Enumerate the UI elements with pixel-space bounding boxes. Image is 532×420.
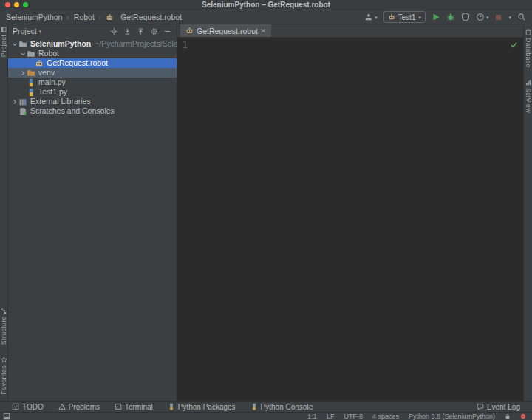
tree-item-label: Test1.py — [38, 87, 67, 97]
tree-item-robot-folder[interactable]: Robot — [8, 49, 177, 58]
title-bar: SeleniumPython – GetRequest.robot — [0, 0, 532, 10]
tool-window-button-todo[interactable]: TODO — [12, 403, 44, 411]
window-title: SeleniumPython – GetRequest.robot — [0, 0, 532, 10]
panel-settings-button[interactable] — [150, 27, 158, 35]
close-tab-icon[interactable] — [261, 28, 266, 33]
debug-button[interactable] — [446, 13, 455, 21]
collapse-all-button[interactable] — [137, 27, 145, 35]
run-configuration-select[interactable]: Test1 ▾ — [383, 11, 426, 23]
scratches-icon — [18, 107, 27, 116]
python-packages-icon — [168, 403, 175, 410]
locate-button[interactable] — [110, 27, 118, 35]
traffic-lights — [5, 2, 28, 7]
line-number: 1 — [177, 40, 188, 50]
search-everywhere-button[interactable] — [517, 13, 526, 21]
tree-item-venv-folder[interactable]: venv — [8, 68, 177, 78]
chevron-right-icon[interactable] — [19, 70, 27, 76]
stop-icon — [494, 13, 502, 21]
stop-button[interactable] — [494, 13, 502, 21]
code-with-me-button[interactable]: ▾ — [364, 13, 378, 21]
close-window-button[interactable] — [5, 2, 10, 7]
tree-item-label: External Libraries — [30, 97, 91, 106]
collapse-all-icon — [137, 27, 145, 35]
expand-all-icon — [123, 27, 132, 35]
tree-item-label: GetRequest.robot — [47, 58, 108, 68]
tool-windows-icon — [3, 413, 10, 420]
chevron-down-icon[interactable] — [19, 51, 27, 57]
breadcrumb-separator-icon: › — [66, 13, 69, 21]
readonly-lock-icon[interactable] — [505, 413, 511, 420]
zoom-window-button[interactable] — [23, 2, 28, 7]
breadcrumb-folder[interactable]: Robot — [74, 13, 95, 21]
editor-tab-getrequest-robot[interactable]: GetRequest.robot — [180, 24, 271, 37]
code-with-me-icon — [364, 13, 373, 21]
run-with-coverage-button[interactable] — [461, 13, 470, 21]
event-log-button[interactable]: Event Log — [477, 403, 520, 411]
notification-indicator-icon[interactable] — [520, 413, 526, 419]
tool-window-button-python-console[interactable]: Python Console — [250, 403, 313, 411]
pycharm-window: SeleniumPython – GetRequest.robot Seleni… — [0, 0, 532, 420]
indent-widget[interactable]: 4 spaces — [372, 413, 399, 420]
tool-window-button-structure[interactable]: Structure — [0, 308, 7, 345]
line-separator-widget[interactable]: LF — [327, 413, 335, 420]
editor-area: GetRequest.robot 1 — [177, 24, 523, 401]
inspections-ok-icon[interactable] — [510, 41, 518, 49]
breadcrumb-project[interactable]: SeleniumPython — [6, 13, 62, 21]
project-root-path: ~/PycharmProjects/SeleniumPython — [95, 39, 177, 49]
breadcrumb-file[interactable]: GetRequest.robot — [120, 13, 182, 21]
project-panel-header: Project ▾ — [8, 24, 177, 38]
search-icon — [517, 13, 526, 21]
chevron-down-icon[interactable] — [11, 41, 18, 47]
stripe-label-favorites: Favorites — [0, 365, 7, 395]
hide-panel-button[interactable] — [163, 27, 171, 35]
tool-window-button-terminal[interactable]: Terminal — [115, 403, 153, 411]
more-run-actions-chevron-icon[interactable]: ▾ — [508, 15, 511, 20]
tree-item-external-libraries[interactable]: External Libraries — [8, 97, 177, 106]
bottom-bar-label: Problems — [69, 403, 100, 411]
todo-icon — [12, 403, 19, 410]
run-controls: ▾ Test1 ▾ ▾ — [364, 11, 526, 23]
bottom-bar-label: Terminal — [125, 403, 153, 411]
tree-item-scratches[interactable]: Scratches and Consoles — [8, 106, 177, 116]
interpreter-widget[interactable]: Python 3.8 (SeleniumPython) — [409, 413, 495, 420]
project-panel-title[interactable]: Project — [13, 27, 37, 35]
libraries-icon — [18, 97, 27, 106]
minimize-window-button[interactable] — [14, 2, 19, 7]
project-tool-window-icon — [1, 27, 7, 32]
tool-windows-toggle-button[interactable] — [3, 413, 10, 420]
encoding-widget[interactable]: UTF-8 — [344, 413, 363, 420]
tree-item-label: main.py — [38, 78, 66, 87]
tool-window-button-problems[interactable]: Problems — [58, 403, 100, 411]
tree-item-label: Scratches and Consoles — [30, 106, 115, 116]
tool-window-button-favorites[interactable]: Favorites — [0, 357, 7, 395]
run-icon — [432, 13, 440, 21]
chevron-right-icon[interactable] — [11, 99, 18, 105]
project-tree: SeleniumPython ~/PycharmProjects/Seleniu… — [8, 38, 177, 116]
caret-position-widget[interactable]: 1:1 — [307, 413, 317, 420]
robot-file-icon — [388, 13, 395, 21]
tool-window-button-sciview[interactable]: SciView — [525, 80, 532, 113]
python-file-icon — [27, 78, 35, 87]
event-log-label: Event Log — [487, 403, 520, 411]
tree-item-main-py[interactable]: main.py — [8, 78, 177, 87]
project-tool-window: Project ▾ — [8, 24, 177, 401]
folder-icon — [18, 40, 27, 49]
stripe-label-structure: Structure — [0, 316, 7, 345]
tree-item-getrequest-robot[interactable]: GetRequest.robot — [8, 58, 177, 68]
run-button[interactable] — [432, 13, 440, 21]
expand-all-button[interactable] — [123, 27, 132, 35]
tree-item-test1-py[interactable]: Test1.py — [8, 87, 177, 97]
database-icon — [525, 29, 531, 35]
profiler-button[interactable]: ▾ — [476, 13, 489, 21]
editor-body[interactable]: 1 — [177, 38, 523, 401]
robot-file-icon — [185, 27, 194, 35]
tool-window-button-project[interactable]: Project — [0, 27, 7, 57]
chevron-down-icon[interactable]: ▾ — [39, 29, 42, 34]
main-toolbar: SeleniumPython › Robot › GetRequest.robo… — [0, 10, 532, 24]
tool-window-button-database[interactable]: Database — [525, 29, 532, 68]
editor-tab-label: GetRequest.robot — [197, 27, 258, 35]
favorites-icon — [1, 357, 7, 363]
tool-window-button-python-packages[interactable]: Python Packages — [168, 403, 236, 411]
stripe-label-sciview: SciView — [525, 88, 532, 113]
tree-item-project-root[interactable]: SeleniumPython ~/PycharmProjects/Seleniu… — [8, 39, 177, 49]
